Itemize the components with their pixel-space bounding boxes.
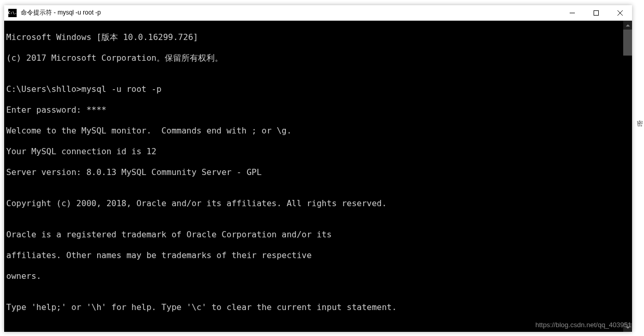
terminal-line: Type 'help;' or '\h' for help. Type '\c'… [6,302,630,313]
close-icon [617,10,623,16]
minimize-button[interactable] [560,5,584,20]
watermark-text: https://blog.csdn.net/qq_403951 [535,321,632,329]
minimize-icon [570,10,575,16]
terminal-line: C:\Users\shllo>mysql -u root -p [6,84,630,95]
terminal-content[interactable]: Microsoft Windows [版本 10.0.16299.726] (c… [4,21,632,332]
terminal-line: Your MySQL connection id is 12 [6,146,630,157]
svg-rect-1 [594,10,599,15]
terminal-line: Oracle is a registered trademark of Orac… [6,230,630,240]
chevron-up-icon [626,24,630,26]
terminal-line: owners. [6,271,630,281]
scrollbar[interactable] [623,21,632,332]
terminal-line: Copyright (c) 2000, 2018, Oracle and/or … [6,198,630,209]
window-title: 命令提示符 - mysql -u root -p [21,8,560,17]
command-prompt-window: C:\. 命令提示符 - mysql -u root -p Microsoft … [4,5,632,332]
terminal-line: Enter password: **** [6,105,630,115]
terminal-line: affiliates. Other names may be trademark… [6,250,630,261]
titlebar[interactable]: C:\. 命令提示符 - mysql -u root -p [4,5,632,21]
maximize-icon [594,10,599,16]
cmd-icon: C:\. [8,9,17,17]
terminal-line: Microsoft Windows [版本 10.0.16299.726] [6,32,630,43]
scrollbar-up-button[interactable] [623,21,632,30]
terminal-line: (c) 2017 Microsoft Corporation。保留所有权利。 [6,53,630,63]
scrollbar-thumb[interactable] [623,30,632,56]
terminal-line: Welcome to the MySQL monitor. Commands e… [6,126,630,136]
terminal-line: Server version: 8.0.13 MySQL Community S… [6,167,630,178]
close-button[interactable] [608,5,632,20]
svg-marker-4 [626,24,630,26]
titlebar-buttons [560,5,632,20]
maximize-button[interactable] [584,5,608,20]
side-char: 密 [637,119,643,128]
